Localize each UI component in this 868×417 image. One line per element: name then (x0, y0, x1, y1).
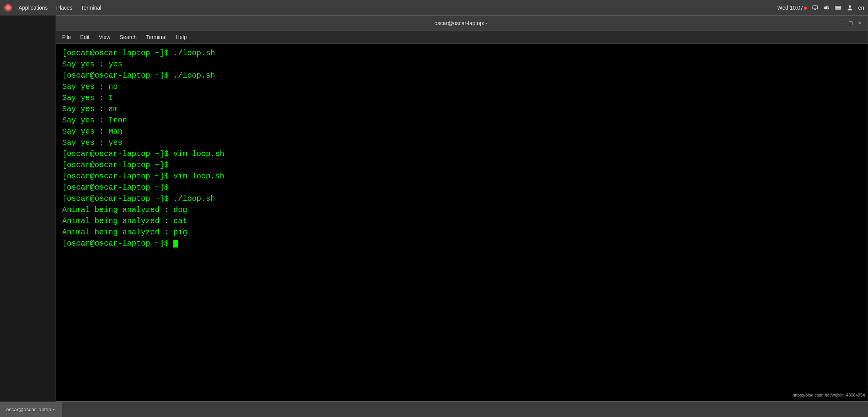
watermark-text: https://blog.csdn.net/weixin_43684054 (793, 393, 865, 397)
menu-help[interactable]: Help (171, 32, 192, 42)
taskbar: oscar@oscar-laptop:~ (0, 402, 868, 417)
menu-terminal[interactable]: Terminal (77, 3, 105, 12)
svg-rect-3 (813, 6, 817, 9)
terminal-line: [oscar@oscar-laptop ~]$ (62, 159, 861, 171)
svg-marker-6 (824, 5, 827, 10)
terminal-line: Animal being analyzed : dog (62, 204, 861, 215)
terminal-line: Animal being analyzed : cat (62, 215, 861, 227)
terminal-line: Say yes : Man (62, 126, 861, 137)
terminal-line: Say yes : Iron (62, 115, 861, 126)
system-bar-left: Applications Places Terminal (4, 3, 105, 12)
menu-terminal[interactable]: Terminal (141, 32, 171, 42)
terminal-line: [oscar@oscar-laptop ~]$ vim loop.sh (62, 171, 861, 182)
svg-point-2 (7, 6, 10, 9)
terminal-line: Say yes : yes (62, 137, 861, 148)
system-bar: Applications Places Terminal Wed 10:07 (0, 0, 868, 15)
terminal-line: [oscar@oscar-laptop ~]$ (62, 238, 861, 249)
terminal-menubar: File Edit View Search Terminal Help (56, 31, 868, 44)
menu-edit[interactable]: Edit (76, 32, 94, 42)
language-display: en (858, 5, 864, 11)
user-icon (846, 4, 853, 11)
svg-rect-8 (841, 7, 841, 8)
menu-view[interactable]: View (94, 32, 115, 42)
menu-file[interactable]: File (58, 32, 76, 42)
svg-rect-9 (836, 7, 840, 8)
terminal-line: [oscar@oscar-laptop ~]$ vim loop.sh (62, 148, 861, 159)
menu-applications[interactable]: Applications (15, 3, 52, 12)
terminal-window: oscar@oscar-laptop:~ − □ × File Edit Vie… (56, 15, 868, 402)
taskbar-terminal-label: oscar@oscar-laptop:~ (6, 407, 56, 412)
system-bar-right: Wed 10:07 en (777, 4, 864, 11)
left-panel (0, 15, 56, 402)
network-icon (812, 4, 819, 11)
terminal-line: Say yes : yes (62, 59, 861, 70)
terminal-line: [oscar@oscar-laptop ~]$ ./loop.sh (62, 70, 861, 81)
titlebar-controls: − □ × (838, 20, 863, 27)
terminal-line: Say yes : I (62, 92, 861, 103)
system-top-menu: Applications Places Terminal (15, 3, 105, 12)
terminal-line: [oscar@oscar-laptop ~]$ (62, 182, 861, 193)
taskbar-terminal[interactable]: oscar@oscar-laptop:~ (0, 402, 62, 417)
terminal-line: [oscar@oscar-laptop ~]$ ./loop.sh (62, 47, 861, 59)
recording-indicator (804, 7, 807, 10)
volume-icon (823, 4, 830, 11)
terminal-titlebar: oscar@oscar-laptop:~ − □ × (56, 16, 868, 31)
terminal-title: oscar@oscar-laptop:~ (84, 20, 838, 26)
minimize-button[interactable]: − (838, 20, 845, 27)
watermark: https://blog.csdn.net/weixin_43684054 (790, 390, 868, 400)
terminal-cursor (173, 240, 178, 247)
terminal-line: Animal being analyzed : pig (62, 227, 861, 238)
terminal-line: [oscar@oscar-laptop ~]$ ./loop.sh (62, 193, 861, 204)
close-button[interactable]: × (856, 20, 863, 27)
datetime-display: Wed 10:07 (777, 5, 807, 11)
os-logo-icon (4, 3, 12, 12)
menu-places[interactable]: Places (53, 3, 76, 12)
svg-point-10 (849, 5, 851, 8)
terminal-line: Say yes : no (62, 81, 861, 92)
terminal-content[interactable]: [oscar@oscar-laptop ~]$ ./loop.shSay yes… (56, 44, 868, 401)
terminal-line: Say yes : am (62, 103, 861, 115)
menu-search[interactable]: Search (115, 32, 141, 42)
battery-icon (835, 4, 842, 11)
maximize-button[interactable]: □ (847, 20, 854, 27)
